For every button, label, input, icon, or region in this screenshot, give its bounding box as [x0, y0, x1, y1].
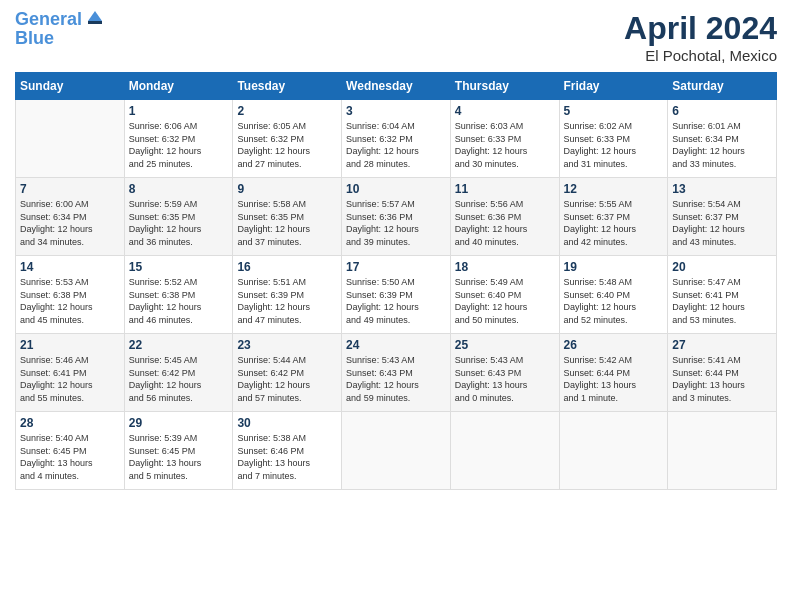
day-info: Sunrise: 6:04 AM Sunset: 6:32 PM Dayligh… — [346, 120, 446, 170]
day-number: 17 — [346, 260, 446, 274]
calendar-cell: 29Sunrise: 5:39 AM Sunset: 6:45 PM Dayli… — [124, 412, 233, 490]
weekday-header-thursday: Thursday — [450, 73, 559, 100]
logo-icon — [84, 7, 106, 29]
logo-blue: Blue — [15, 28, 106, 49]
calendar-cell — [342, 412, 451, 490]
day-number: 12 — [564, 182, 664, 196]
day-number: 27 — [672, 338, 772, 352]
logo: General Blue — [15, 10, 106, 49]
day-number: 4 — [455, 104, 555, 118]
calendar-cell: 10Sunrise: 5:57 AM Sunset: 6:36 PM Dayli… — [342, 178, 451, 256]
weekday-header-tuesday: Tuesday — [233, 73, 342, 100]
weekday-header-sunday: Sunday — [16, 73, 125, 100]
logo-text: General — [15, 10, 82, 30]
weekday-header-wednesday: Wednesday — [342, 73, 451, 100]
svg-rect-0 — [88, 21, 102, 24]
calendar-cell: 14Sunrise: 5:53 AM Sunset: 6:38 PM Dayli… — [16, 256, 125, 334]
calendar-cell — [16, 100, 125, 178]
calendar-cell — [559, 412, 668, 490]
location: El Pochotal, Mexico — [624, 47, 777, 64]
calendar-cell: 18Sunrise: 5:49 AM Sunset: 6:40 PM Dayli… — [450, 256, 559, 334]
day-info: Sunrise: 6:05 AM Sunset: 6:32 PM Dayligh… — [237, 120, 337, 170]
day-info: Sunrise: 5:58 AM Sunset: 6:35 PM Dayligh… — [237, 198, 337, 248]
day-number: 10 — [346, 182, 446, 196]
day-number: 29 — [129, 416, 229, 430]
day-info: Sunrise: 5:43 AM Sunset: 6:43 PM Dayligh… — [455, 354, 555, 404]
day-number: 22 — [129, 338, 229, 352]
calendar-cell: 13Sunrise: 5:54 AM Sunset: 6:37 PM Dayli… — [668, 178, 777, 256]
calendar-week-1: 1Sunrise: 6:06 AM Sunset: 6:32 PM Daylig… — [16, 100, 777, 178]
calendar-week-3: 14Sunrise: 5:53 AM Sunset: 6:38 PM Dayli… — [16, 256, 777, 334]
calendar-week-4: 21Sunrise: 5:46 AM Sunset: 6:41 PM Dayli… — [16, 334, 777, 412]
month-title: April 2024 — [624, 10, 777, 47]
calendar-cell: 3Sunrise: 6:04 AM Sunset: 6:32 PM Daylig… — [342, 100, 451, 178]
day-number: 6 — [672, 104, 772, 118]
calendar-cell: 25Sunrise: 5:43 AM Sunset: 6:43 PM Dayli… — [450, 334, 559, 412]
day-info: Sunrise: 5:50 AM Sunset: 6:39 PM Dayligh… — [346, 276, 446, 326]
day-info: Sunrise: 5:49 AM Sunset: 6:40 PM Dayligh… — [455, 276, 555, 326]
weekday-header-friday: Friday — [559, 73, 668, 100]
day-number: 26 — [564, 338, 664, 352]
day-number: 20 — [672, 260, 772, 274]
day-number: 8 — [129, 182, 229, 196]
day-info: Sunrise: 5:42 AM Sunset: 6:44 PM Dayligh… — [564, 354, 664, 404]
calendar-cell: 11Sunrise: 5:56 AM Sunset: 6:36 PM Dayli… — [450, 178, 559, 256]
calendar-table: SundayMondayTuesdayWednesdayThursdayFrid… — [15, 72, 777, 490]
day-number: 25 — [455, 338, 555, 352]
calendar-week-2: 7Sunrise: 6:00 AM Sunset: 6:34 PM Daylig… — [16, 178, 777, 256]
day-info: Sunrise: 5:59 AM Sunset: 6:35 PM Dayligh… — [129, 198, 229, 248]
calendar-cell: 12Sunrise: 5:55 AM Sunset: 6:37 PM Dayli… — [559, 178, 668, 256]
day-number: 3 — [346, 104, 446, 118]
calendar-cell: 6Sunrise: 6:01 AM Sunset: 6:34 PM Daylig… — [668, 100, 777, 178]
calendar-cell: 20Sunrise: 5:47 AM Sunset: 6:41 PM Dayli… — [668, 256, 777, 334]
day-number: 21 — [20, 338, 120, 352]
day-info: Sunrise: 5:57 AM Sunset: 6:36 PM Dayligh… — [346, 198, 446, 248]
calendar-cell: 15Sunrise: 5:52 AM Sunset: 6:38 PM Dayli… — [124, 256, 233, 334]
page-header: General Blue April 2024 El Pochotal, Mex… — [15, 10, 777, 64]
calendar-week-5: 28Sunrise: 5:40 AM Sunset: 6:45 PM Dayli… — [16, 412, 777, 490]
day-info: Sunrise: 5:53 AM Sunset: 6:38 PM Dayligh… — [20, 276, 120, 326]
calendar-cell: 27Sunrise: 5:41 AM Sunset: 6:44 PM Dayli… — [668, 334, 777, 412]
day-info: Sunrise: 5:39 AM Sunset: 6:45 PM Dayligh… — [129, 432, 229, 482]
day-info: Sunrise: 5:47 AM Sunset: 6:41 PM Dayligh… — [672, 276, 772, 326]
day-number: 14 — [20, 260, 120, 274]
calendar-cell: 23Sunrise: 5:44 AM Sunset: 6:42 PM Dayli… — [233, 334, 342, 412]
calendar-cell: 8Sunrise: 5:59 AM Sunset: 6:35 PM Daylig… — [124, 178, 233, 256]
day-number: 2 — [237, 104, 337, 118]
calendar-cell: 24Sunrise: 5:43 AM Sunset: 6:43 PM Dayli… — [342, 334, 451, 412]
day-info: Sunrise: 6:00 AM Sunset: 6:34 PM Dayligh… — [20, 198, 120, 248]
calendar-cell: 19Sunrise: 5:48 AM Sunset: 6:40 PM Dayli… — [559, 256, 668, 334]
calendar-cell: 28Sunrise: 5:40 AM Sunset: 6:45 PM Dayli… — [16, 412, 125, 490]
day-number: 7 — [20, 182, 120, 196]
day-number: 11 — [455, 182, 555, 196]
calendar-cell: 1Sunrise: 6:06 AM Sunset: 6:32 PM Daylig… — [124, 100, 233, 178]
day-number: 1 — [129, 104, 229, 118]
day-info: Sunrise: 6:01 AM Sunset: 6:34 PM Dayligh… — [672, 120, 772, 170]
calendar-cell: 26Sunrise: 5:42 AM Sunset: 6:44 PM Dayli… — [559, 334, 668, 412]
day-info: Sunrise: 5:54 AM Sunset: 6:37 PM Dayligh… — [672, 198, 772, 248]
day-info: Sunrise: 5:45 AM Sunset: 6:42 PM Dayligh… — [129, 354, 229, 404]
day-number: 13 — [672, 182, 772, 196]
calendar-cell: 9Sunrise: 5:58 AM Sunset: 6:35 PM Daylig… — [233, 178, 342, 256]
day-number: 23 — [237, 338, 337, 352]
day-info: Sunrise: 5:51 AM Sunset: 6:39 PM Dayligh… — [237, 276, 337, 326]
calendar-cell: 21Sunrise: 5:46 AM Sunset: 6:41 PM Dayli… — [16, 334, 125, 412]
day-number: 30 — [237, 416, 337, 430]
weekday-header-saturday: Saturday — [668, 73, 777, 100]
calendar-cell: 4Sunrise: 6:03 AM Sunset: 6:33 PM Daylig… — [450, 100, 559, 178]
weekday-header-monday: Monday — [124, 73, 233, 100]
day-info: Sunrise: 6:06 AM Sunset: 6:32 PM Dayligh… — [129, 120, 229, 170]
calendar-cell — [450, 412, 559, 490]
day-info: Sunrise: 5:52 AM Sunset: 6:38 PM Dayligh… — [129, 276, 229, 326]
day-info: Sunrise: 6:03 AM Sunset: 6:33 PM Dayligh… — [455, 120, 555, 170]
day-info: Sunrise: 5:48 AM Sunset: 6:40 PM Dayligh… — [564, 276, 664, 326]
calendar-cell: 7Sunrise: 6:00 AM Sunset: 6:34 PM Daylig… — [16, 178, 125, 256]
calendar-cell: 16Sunrise: 5:51 AM Sunset: 6:39 PM Dayli… — [233, 256, 342, 334]
day-info: Sunrise: 5:38 AM Sunset: 6:46 PM Dayligh… — [237, 432, 337, 482]
calendar-cell — [668, 412, 777, 490]
day-info: Sunrise: 5:43 AM Sunset: 6:43 PM Dayligh… — [346, 354, 446, 404]
day-number: 28 — [20, 416, 120, 430]
day-number: 9 — [237, 182, 337, 196]
calendar-cell: 17Sunrise: 5:50 AM Sunset: 6:39 PM Dayli… — [342, 256, 451, 334]
day-number: 19 — [564, 260, 664, 274]
